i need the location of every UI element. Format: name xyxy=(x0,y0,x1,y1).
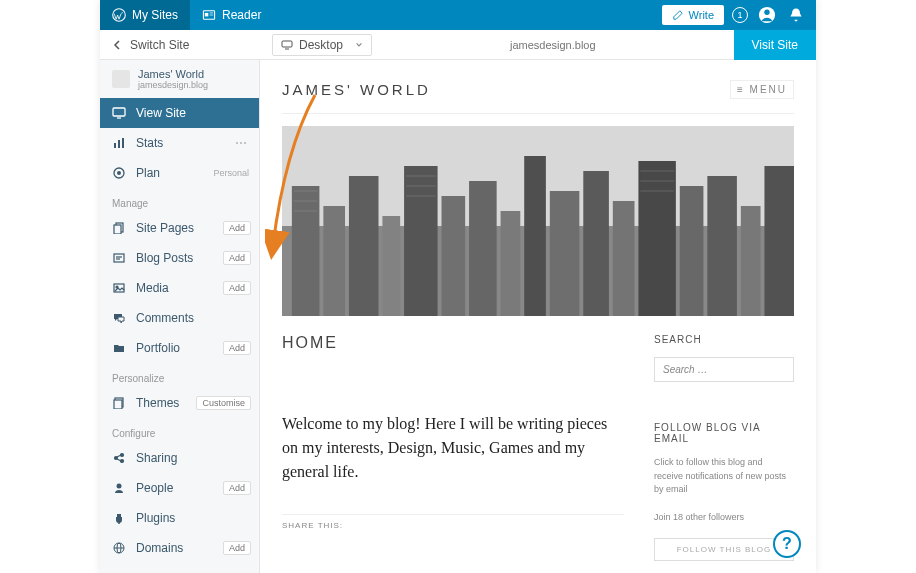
svg-rect-45 xyxy=(501,211,521,316)
write-label: Write xyxy=(689,9,714,21)
globe-icon xyxy=(112,542,126,554)
notification-count[interactable]: 1 xyxy=(732,7,748,23)
add-page-button[interactable]: Add xyxy=(223,221,251,235)
profile-icon[interactable] xyxy=(758,6,776,24)
admin-sidebar: James' World jamesdesign.blog View Site … xyxy=(100,60,260,573)
nav-label: Plugins xyxy=(136,511,175,525)
svg-rect-13 xyxy=(122,138,124,148)
nav-label: Media xyxy=(136,281,169,295)
reader-icon xyxy=(202,8,216,22)
nav-site-pages[interactable]: Site Pages Add xyxy=(100,213,259,243)
svg-point-6 xyxy=(764,10,769,15)
nav-themes[interactable]: Themes Customise xyxy=(100,388,259,418)
svg-rect-48 xyxy=(583,171,609,316)
add-domain-button[interactable]: Add xyxy=(223,541,251,555)
my-sites-tab[interactable]: My Sites xyxy=(100,0,190,30)
site-avatar-icon xyxy=(112,70,130,88)
svg-rect-53 xyxy=(741,206,761,316)
svg-rect-50 xyxy=(638,161,675,316)
nav-domains[interactable]: Domains Add xyxy=(100,533,259,563)
svg-rect-52 xyxy=(707,176,737,316)
svg-point-30 xyxy=(117,484,122,489)
followers-count: Join 18 other followers xyxy=(654,511,794,525)
nav-label: Themes xyxy=(136,396,179,410)
svg-rect-42 xyxy=(404,166,437,316)
reader-tab[interactable]: Reader xyxy=(190,0,273,30)
section-personalize: Personalize xyxy=(100,363,259,388)
nav-label: Sharing xyxy=(136,451,177,465)
site-name: James' World xyxy=(138,68,208,80)
share-label: SHARE THIS: xyxy=(282,514,624,530)
nav-people[interactable]: People Add xyxy=(100,473,259,503)
nav-plugins[interactable]: Plugins xyxy=(100,503,259,533)
nav-portfolio[interactable]: Portfolio Add xyxy=(100,333,259,363)
device-selector[interactable]: Desktop xyxy=(272,34,372,56)
stats-icon xyxy=(112,137,126,149)
nav-label: Stats xyxy=(136,136,163,150)
search-input[interactable]: Search … xyxy=(654,357,794,382)
svg-rect-40 xyxy=(349,176,379,316)
add-people-button[interactable]: Add xyxy=(223,481,251,495)
nav-plan[interactable]: Plan Personal xyxy=(100,158,259,188)
switch-site-label: Switch Site xyxy=(130,38,189,52)
page-heading: HOME xyxy=(282,334,624,352)
admin-topbar: My Sites Reader Write 1 xyxy=(100,0,816,30)
blog-title[interactable]: JAMES' WORLD xyxy=(282,81,431,98)
divider xyxy=(282,113,794,114)
add-media-button[interactable]: Add xyxy=(223,281,251,295)
svg-rect-11 xyxy=(114,143,116,148)
nav-sharing[interactable]: Sharing xyxy=(100,443,259,473)
wordpress-icon xyxy=(112,8,126,22)
svg-rect-41 xyxy=(382,216,400,316)
reader-label: Reader xyxy=(222,8,261,22)
follow-heading: FOLLOW BLOG VIA EMAIL xyxy=(654,422,794,444)
bell-icon[interactable] xyxy=(788,7,804,23)
nav-view-site[interactable]: View Site xyxy=(100,98,259,128)
svg-rect-9 xyxy=(113,108,125,116)
svg-rect-49 xyxy=(613,201,635,316)
nav-media[interactable]: Media Add xyxy=(100,273,259,303)
more-icon[interactable]: ⋯ xyxy=(235,136,247,150)
switch-site-button[interactable]: Switch Site xyxy=(100,38,260,52)
svg-point-15 xyxy=(117,171,121,175)
svg-rect-44 xyxy=(469,181,497,316)
person-icon xyxy=(112,482,126,494)
nav-settings[interactable]: Settings xyxy=(100,563,259,573)
nav-blog-posts[interactable]: Blog Posts Add xyxy=(100,243,259,273)
nav-stats[interactable]: Stats ⋯ xyxy=(100,128,259,158)
plan-icon xyxy=(112,167,126,179)
monitor-icon xyxy=(112,107,126,119)
visit-site-button[interactable]: Visit Site xyxy=(734,30,816,60)
add-post-button[interactable]: Add xyxy=(223,251,251,265)
svg-rect-51 xyxy=(680,186,704,316)
my-sites-label: My Sites xyxy=(132,8,178,22)
customise-button[interactable]: Customise xyxy=(196,396,251,410)
cityscape-image xyxy=(282,126,794,316)
folder-icon xyxy=(112,342,126,354)
add-portfolio-button[interactable]: Add xyxy=(223,341,251,355)
hero-image xyxy=(282,126,794,316)
plan-tag: Personal xyxy=(213,168,249,178)
write-button[interactable]: Write xyxy=(662,5,724,25)
follow-description: Click to follow this blog and receive no… xyxy=(654,456,794,497)
nav-label: Site Pages xyxy=(136,221,194,235)
media-icon xyxy=(112,282,126,294)
nav-comments[interactable]: Comments xyxy=(100,303,259,333)
write-icon xyxy=(672,9,684,21)
svg-rect-54 xyxy=(764,166,794,316)
chevron-down-icon xyxy=(355,41,363,49)
svg-rect-43 xyxy=(442,196,466,316)
current-site[interactable]: James' World jamesdesign.blog xyxy=(100,60,259,98)
site-url: jamesdesign.blog xyxy=(138,80,208,90)
help-button[interactable]: ? xyxy=(773,530,801,558)
comments-icon xyxy=(112,312,126,324)
nav-label: Plan xyxy=(136,166,160,180)
pages-icon xyxy=(112,222,126,234)
themes-icon xyxy=(112,397,126,409)
search-heading: SEARCH xyxy=(654,334,794,345)
svg-rect-24 xyxy=(114,400,122,409)
blog-menu-button[interactable]: ≡ MENU xyxy=(730,80,794,99)
chevron-left-icon xyxy=(112,40,122,50)
nav-label: Comments xyxy=(136,311,194,325)
nav-label: Portfolio xyxy=(136,341,180,355)
